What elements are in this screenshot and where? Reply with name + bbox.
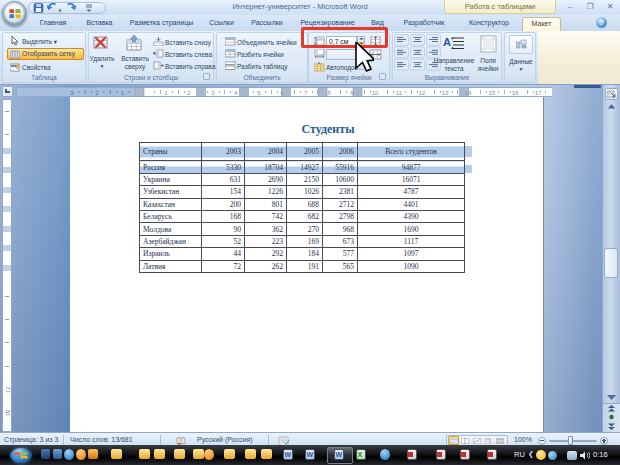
svg-text:7: 7 [304,90,308,96]
svg-text:4: 4 [234,90,238,96]
svg-text:2: 2 [95,90,99,96]
svg-text:A: A [443,36,451,48]
svg-text:10: 10 [372,90,379,96]
svg-text:13: 13 [442,90,449,96]
svg-text:12: 12 [419,90,426,96]
svg-text:15: 15 [489,90,496,96]
svg-text:16: 16 [512,90,519,96]
svg-text:2: 2 [187,90,191,96]
svg-text:1: 1 [164,90,168,96]
svg-text:3: 3 [70,90,74,96]
svg-text:1: 1 [121,90,125,96]
svg-text:13: 13 [5,409,11,416]
svg-text:11: 11 [396,90,403,96]
svg-text:8: 8 [327,90,331,96]
svg-text:12: 12 [5,386,11,393]
svg-text:17: 17 [535,90,542,96]
svg-text:5: 5 [257,90,261,96]
svg-text:14: 14 [465,90,472,96]
svg-text:3: 3 [211,90,215,96]
